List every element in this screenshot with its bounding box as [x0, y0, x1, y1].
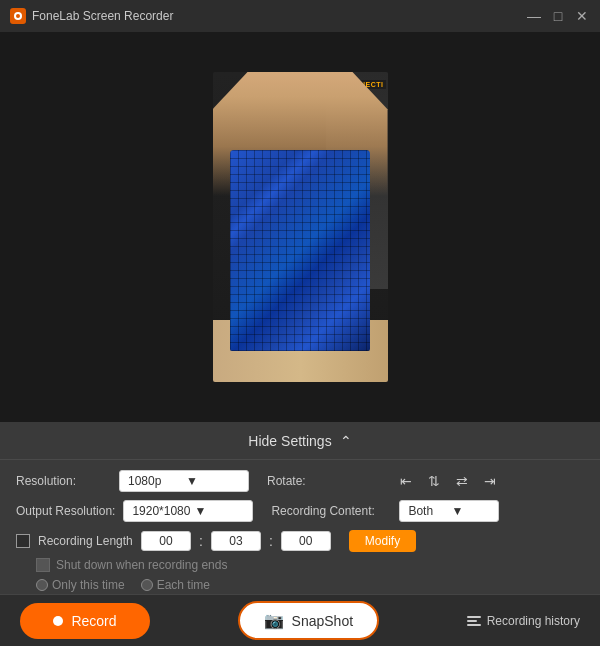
recording-content-arrow: ▼: [451, 504, 490, 518]
time-seconds-input[interactable]: [281, 531, 331, 551]
chevron-up-icon: ⌃: [340, 433, 352, 449]
skull-grid: [230, 150, 370, 352]
time-sep-1: :: [199, 533, 203, 549]
title-bar-left: FoneLab Screen Recorder: [10, 8, 173, 24]
recording-length-label: Recording Length: [38, 534, 133, 548]
time-minutes-input[interactable]: [211, 531, 261, 551]
action-bar: Record 📷 SnapShot Recording history: [0, 594, 600, 646]
preview-image: LEGO CONNECTI: [213, 72, 388, 382]
resolution-label: Resolution:: [16, 474, 111, 488]
rotate-last-button[interactable]: ⇥: [479, 470, 501, 492]
app-icon: [10, 8, 26, 24]
recording-content-value: Both: [408, 504, 447, 518]
hide-settings-bar[interactable]: Hide Settings ⌃: [0, 422, 600, 460]
app-title: FoneLab Screen Recorder: [32, 9, 173, 23]
rotate-down-button[interactable]: ⇄: [451, 470, 473, 492]
radio-each-label: Each time: [157, 578, 210, 592]
rotate-controls: ⇤ ⇅ ⇄ ⇥: [395, 470, 501, 492]
history-line-2: [467, 620, 477, 622]
history-line-1: [467, 616, 481, 618]
rotate-up-button[interactable]: ⇅: [423, 470, 445, 492]
output-resolution-label: Output Resolution:: [16, 504, 115, 518]
modify-button[interactable]: Modify: [349, 530, 416, 552]
preview-area: LEGO CONNECTI: [0, 32, 600, 422]
settings-content: Resolution: 1080p ▼ Rotate: ⇤ ⇅ ⇄ ⇥ Outp…: [0, 460, 600, 606]
radio-only-circle: [36, 579, 48, 591]
resolution-value: 1080p: [128, 474, 182, 488]
skull-area: [230, 150, 370, 352]
camera-icon: 📷: [264, 611, 284, 630]
history-line-3: [467, 624, 481, 626]
resolution-dropdown-arrow: ▼: [186, 474, 240, 488]
shutdown-label: Shut down when recording ends: [56, 558, 227, 572]
radio-only-label: Only this time: [52, 578, 125, 592]
time-sep-2: :: [269, 533, 273, 549]
rotate-label: Rotate:: [267, 474, 387, 488]
output-resolution-value: 1920*1080: [132, 504, 190, 518]
title-bar-controls: — □ ✕: [526, 8, 590, 24]
resolution-dropdown[interactable]: 1080p ▼: [119, 470, 249, 492]
history-label: Recording history: [487, 614, 580, 628]
output-resolution-arrow: ▼: [194, 504, 244, 518]
snapshot-label: SnapShot: [292, 613, 354, 629]
close-button[interactable]: ✕: [574, 8, 590, 24]
recording-length-row: Recording Length : : Modify: [16, 530, 584, 552]
shutdown-checkbox[interactable]: [36, 558, 50, 572]
shutdown-row: Shut down when recording ends: [16, 558, 584, 572]
resolution-row: Resolution: 1080p ▼ Rotate: ⇤ ⇅ ⇄ ⇥: [16, 470, 584, 492]
hide-settings-label: Hide Settings: [248, 433, 331, 449]
title-bar: FoneLab Screen Recorder — □ ✕: [0, 0, 600, 32]
recording-length-checkbox[interactable]: [16, 534, 30, 548]
radio-only-this-time[interactable]: Only this time: [36, 578, 125, 592]
time-hours-input[interactable]: [141, 531, 191, 551]
recording-content-label: Recording Content:: [271, 504, 391, 518]
maximize-button[interactable]: □: [550, 8, 566, 24]
output-resolution-dropdown[interactable]: 1920*1080 ▼: [123, 500, 253, 522]
rotate-first-button[interactable]: ⇤: [395, 470, 417, 492]
snapshot-button[interactable]: 📷 SnapShot: [238, 601, 380, 640]
settings-panel: Hide Settings ⌃ Resolution: 1080p ▼ Rota…: [0, 422, 600, 606]
minimize-button[interactable]: —: [526, 8, 542, 24]
svg-point-1: [16, 14, 20, 18]
recording-history-button[interactable]: Recording history: [467, 614, 580, 628]
record-button[interactable]: Record: [20, 603, 150, 639]
radio-each-time[interactable]: Each time: [141, 578, 210, 592]
radio-each-circle: [141, 579, 153, 591]
radio-row: Only this time Each time: [16, 578, 584, 592]
output-resolution-row: Output Resolution: 1920*1080 ▼ Recording…: [16, 500, 584, 522]
record-dot-icon: [53, 616, 63, 626]
record-label: Record: [71, 613, 116, 629]
recording-content-dropdown[interactable]: Both ▼: [399, 500, 499, 522]
history-lines-icon: [467, 616, 481, 626]
